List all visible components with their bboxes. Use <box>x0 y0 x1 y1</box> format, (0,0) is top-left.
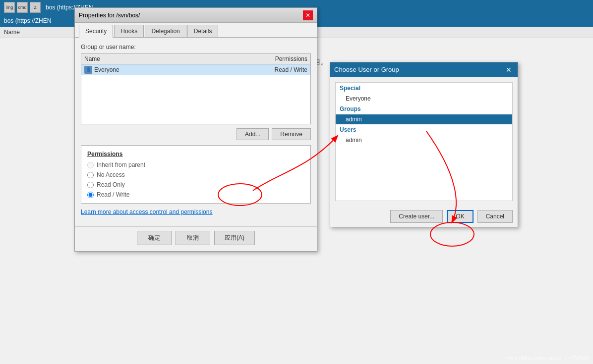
properties-bottom-buttons: 确定 取消 应用(A) <box>75 226 317 251</box>
create-user-button[interactable]: Create user... <box>390 210 443 223</box>
choose-title: Choose User or Group <box>334 66 504 73</box>
radio-inherit-label: Inherit from parent <box>97 161 145 168</box>
choose-cancel-button[interactable]: Cancel <box>477 210 513 223</box>
user-name: Everyone <box>94 66 275 73</box>
radio-read-write-label: Read / Write <box>97 191 129 198</box>
users-header: Users <box>336 124 512 135</box>
choose-bottom-buttons: Create user... OK Cancel <box>330 206 518 227</box>
radio-no-access-input[interactable] <box>87 172 94 178</box>
user-table-header: Name Permissions <box>81 54 310 64</box>
properties-close-button[interactable]: ✕ <box>303 10 313 20</box>
table-row[interactable]: 👤 Everyone Read / Write <box>81 64 310 75</box>
properties-title: Properties for /svn/bos/ <box>79 12 303 19</box>
radio-read-write[interactable]: Read / Write <box>87 191 304 198</box>
properties-dialog: Properties for /svn/bos/ ✕ Security Hook… <box>74 7 317 252</box>
radio-group: Inherit from parent No Access Read Only … <box>87 161 304 198</box>
permissions-section: Permissions Inherit from parent No Acces… <box>81 145 311 204</box>
properties-titlebar[interactable]: Properties for /svn/bos/ ✕ <box>75 8 317 23</box>
taskbar-icon-2[interactable]: cmd <box>17 2 28 13</box>
ok-button[interactable]: 确定 <box>137 231 172 245</box>
list-item-admin-user[interactable]: admin <box>336 135 512 145</box>
add-remove-buttons: Add... Remove <box>81 128 311 140</box>
radio-no-access-label: No Access <box>97 171 125 178</box>
choose-close-button[interactable]: ✕ <box>504 65 514 75</box>
learn-more-link[interactable]: Learn more about access control and perm… <box>81 208 311 215</box>
choose-list: Special Everyone Groups admin Users admi… <box>335 82 513 201</box>
group-user-label: Group or user name: <box>81 44 311 51</box>
user-table-body: 👤 Everyone Read / Write <box>81 64 310 124</box>
list-item-admin-group[interactable]: admin <box>336 114 512 124</box>
permissions-title: Permissions <box>87 151 304 157</box>
choose-ok-button[interactable]: OK <box>447 210 473 223</box>
tab-security[interactable]: Security <box>79 25 113 38</box>
properties-content: Group or user name: Name Permissions 👤 E… <box>75 38 317 226</box>
radio-no-access[interactable]: No Access <box>87 171 304 178</box>
list-item-everyone[interactable]: Everyone <box>336 94 512 104</box>
radio-read-only-label: Read Only <box>97 181 125 188</box>
taskbar-icon-3[interactable]: Z <box>30 2 41 13</box>
radio-read-only[interactable]: Read Only <box>87 181 304 188</box>
user-permissions: Read / Write <box>275 66 307 73</box>
tab-hooks[interactable]: Hooks <box>114 25 144 37</box>
special-header: Special <box>336 83 512 94</box>
user-table: Name Permissions 👤 Everyone Read / Write <box>81 53 311 124</box>
tab-delegation[interactable]: Delegation <box>145 25 186 37</box>
properties-tabs: Security Hooks Delegation Details <box>75 23 317 38</box>
radio-inherit-input[interactable] <box>87 162 94 168</box>
watermark: https://blog.csdn.net/qq_44757034 <box>505 355 589 361</box>
add-button[interactable]: Add... <box>237 128 269 140</box>
choose-dialog: Choose User or Group ✕ Special Everyone … <box>330 62 518 227</box>
choose-titlebar[interactable]: Choose User or Group ✕ <box>330 62 518 77</box>
taskbar-icon-1[interactable]: img <box>4 2 15 13</box>
col-name: Name <box>84 55 275 62</box>
groups-header: Groups <box>336 104 512 114</box>
cancel-button[interactable]: 取消 <box>176 231 210 245</box>
tab-details[interactable]: Details <box>187 25 219 37</box>
radio-inherit[interactable]: Inherit from parent <box>87 161 304 168</box>
apply-button[interactable]: 应用(A) <box>214 231 255 245</box>
radio-read-write-input[interactable] <box>87 192 94 198</box>
user-icon: 👤 <box>84 66 92 74</box>
remove-button[interactable]: Remove <box>272 128 311 140</box>
radio-read-only-input[interactable] <box>87 182 94 188</box>
bg-app-title: bos (https://ZHEN <box>4 17 51 24</box>
col-permissions: Permissions <box>275 55 307 62</box>
